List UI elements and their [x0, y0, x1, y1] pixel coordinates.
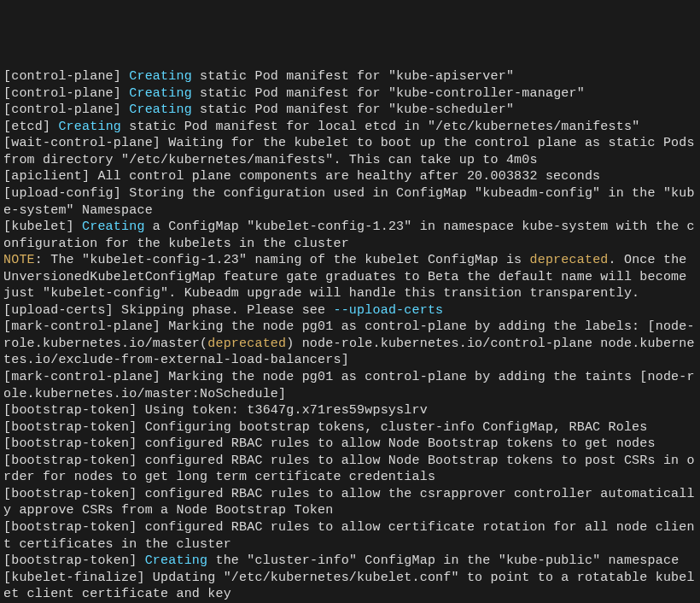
terminal-text-token: [bootstrap-token] configured RBAC rules …: [3, 454, 695, 485]
terminal-text-token: [control-plane]: [3, 69, 129, 84]
terminal-output: [control-plane] Creating static Pod mani…: [3, 68, 697, 603]
terminal-text-token: static Pod manifest for "kube-controller…: [192, 86, 585, 101]
terminal-text-token: [control-plane]: [3, 102, 129, 117]
terminal-text-token: static Pod manifest for local etcd in "/…: [121, 120, 639, 134]
terminal-text-token: static Pod manifest for "kube-apiserver": [192, 69, 514, 84]
terminal-text-token: [bootstrap-token] configured RBAC rules …: [3, 520, 695, 552]
terminal-text-token: Creating: [82, 220, 145, 234]
terminal-text-token: static Pod manifest for "kube-scheduler": [192, 102, 514, 117]
terminal-text-token: the "cluster-info" ConfigMap in the "kub…: [207, 553, 679, 568]
terminal-text-token: [bootstrap-token] Using token: t3647g.x7…: [3, 403, 428, 418]
terminal-text-token: [bootstrap-token] configured RBAC rules …: [3, 487, 695, 518]
terminal-text-token: : The "kubelet-config-1.23" naming of th…: [35, 253, 530, 267]
terminal-text-token: Creating: [129, 102, 192, 117]
terminal-text-token: Creating: [58, 120, 121, 134]
terminal-text-token: NOTE: [3, 253, 35, 267]
terminal-text-token: [bootstrap-token] configured RBAC rules …: [3, 436, 656, 451]
terminal-text-token: [etcd]: [3, 120, 58, 134]
terminal-text-token: [upload-config] Storing the configuratio…: [3, 186, 695, 218]
terminal-text-token: [mark-control-plane] Marking the node pg…: [3, 370, 695, 401]
terminal-text-token: [control-plane]: [3, 86, 129, 101]
terminal-text-token: [bootstrap-token] Configuring bootstrap …: [3, 420, 648, 435]
terminal-text-token: --upload-certs: [333, 303, 443, 318]
terminal-text-token: Creating: [129, 69, 192, 84]
terminal-text-token: Creating: [145, 553, 208, 568]
terminal-text-token: Creating: [129, 86, 192, 101]
terminal-text-token: [apiclient] All control plane components…: [3, 169, 600, 184]
terminal-text-token: [bootstrap-token]: [3, 553, 145, 568]
terminal-text-token: deprecated: [530, 253, 609, 267]
terminal-text-token: [kubelet]: [3, 220, 82, 234]
terminal-text-token: [kubelet-finalize] Updating "/etc/kubern…: [3, 571, 695, 602]
terminal-text-token: deprecated: [207, 337, 286, 351]
terminal-text-token: [wait-control-plane] Waiting for the kub…: [3, 136, 700, 167]
terminal-text-token: [upload-certs] Skipping phase. Please se…: [3, 303, 333, 318]
